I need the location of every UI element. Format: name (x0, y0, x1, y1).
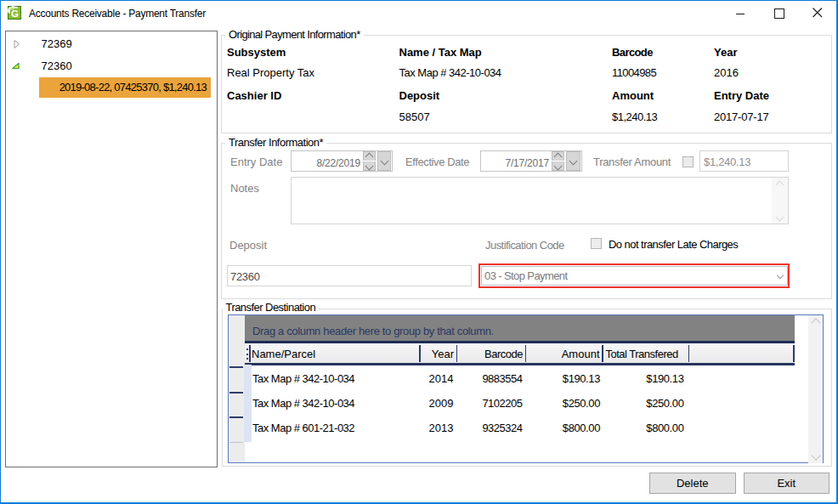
svg-text:G: G (11, 8, 19, 19)
